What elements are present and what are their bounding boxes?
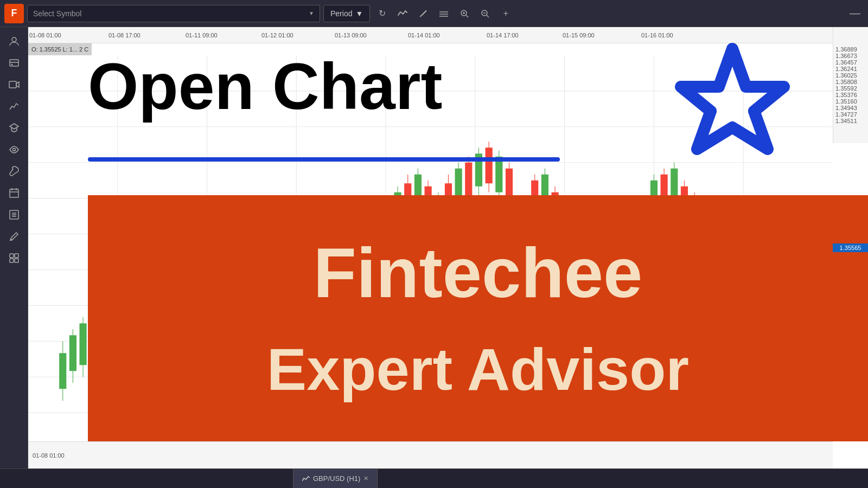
svg-rect-51	[59, 353, 66, 389]
chevron-down-icon: ▼	[355, 9, 363, 18]
minimize-button[interactable]: —	[846, 5, 864, 22]
svg-rect-55	[79, 323, 86, 365]
time-label-9: 01-16 01:00	[641, 32, 673, 38]
chart-tab-label: GBP/USD (H1)	[313, 474, 360, 483]
bottom-tab-right	[378, 469, 868, 488]
time-label-3: 01-11 09:00	[186, 32, 218, 38]
sidebar-item-list[interactable]	[4, 205, 24, 224]
svg-rect-53	[69, 335, 76, 371]
zoom-in-button[interactable]	[456, 5, 473, 22]
price-axis: 1.36889 1.36673 1.36457 1.36241 1.36025 …	[833, 27, 868, 143]
bottom-time-bar: 01-08 01:00	[28, 441, 833, 468]
chart-container[interactable]: 01-08 01:00 01-08 17:00 01-11 09:00 01-1…	[28, 27, 868, 468]
draw-button[interactable]	[414, 5, 432, 22]
ohlc-info: O: 1.35525 L: 1... 2 C	[28, 43, 92, 55]
sidebar-item-balance[interactable]	[4, 53, 24, 73]
sidebar-item-dashboard[interactable]	[4, 248, 24, 268]
promo-overlay: Fintechee Expert Advisor	[88, 195, 868, 441]
bottom-bar: GBP/USD (H1) ✕	[0, 468, 868, 488]
period-button[interactable]: Period ▼	[323, 5, 370, 22]
chart-type-button[interactable]	[394, 5, 411, 22]
svg-rect-30	[15, 259, 18, 262]
price-highlight-badge: 1.35565	[833, 243, 868, 252]
time-label-6: 01-14 01:00	[408, 32, 440, 38]
promo-line2: Expert Advisor	[267, 339, 689, 399]
svg-line-4	[466, 15, 468, 17]
sidebar-item-education[interactable]	[4, 118, 24, 138]
close-tab-icon[interactable]: ✕	[363, 475, 368, 482]
refresh-button[interactable]: ↻	[373, 5, 391, 22]
svg-rect-79	[486, 147, 493, 183]
star-logo	[662, 38, 803, 179]
time-label-8: 01-15 09:00	[563, 32, 595, 38]
add-button[interactable]: +	[497, 5, 514, 22]
svg-rect-28	[15, 254, 18, 258]
blue-line-overlay	[88, 157, 560, 162]
svg-rect-14	[9, 81, 16, 88]
time-label-2: 01-08 17:00	[108, 32, 141, 38]
sidebar-item-eye[interactable]	[4, 140, 24, 159]
time-label-7: 01-14 17:00	[487, 32, 519, 38]
sidebar-item-video[interactable]	[4, 75, 24, 94]
promo-line1: Fintechee	[314, 237, 643, 308]
svg-rect-27	[10, 254, 14, 258]
svg-rect-18	[10, 189, 18, 197]
logo-button[interactable]: F	[4, 4, 24, 23]
sidebar-item-pen[interactable]	[4, 227, 24, 246]
bottom-tab-left	[0, 469, 293, 488]
sidebar-item-calendar[interactable]	[4, 183, 24, 203]
svg-point-10	[12, 37, 16, 42]
symbol-select[interactable]: Select Symbol ▼	[27, 5, 320, 22]
sidebar-item-tools[interactable]	[4, 162, 24, 181]
chart-tab[interactable]: GBP/USD (H1) ✕	[293, 469, 378, 488]
chevron-down-icon: ▼	[309, 10, 314, 16]
svg-rect-29	[10, 259, 14, 262]
svg-line-8	[487, 15, 489, 17]
zoom-out-button[interactable]	[476, 5, 494, 22]
svg-point-13	[11, 64, 12, 66]
time-label-5: 01-13 09:00	[335, 32, 367, 38]
symbol-placeholder: Select Symbol	[33, 9, 81, 18]
time-label-1: 01-08 01:00	[29, 32, 61, 38]
svg-point-17	[12, 149, 15, 151]
toolbar: F Select Symbol ▼ Period ▼ ↻	[0, 0, 868, 27]
chart-tab-icon	[302, 476, 310, 482]
sidebar-item-chart[interactable]	[4, 97, 24, 116]
sidebar-item-account[interactable]	[4, 31, 24, 51]
time-label-4: 01-12 01:00	[261, 32, 293, 38]
svg-rect-81	[495, 157, 502, 192]
sidebar	[0, 27, 28, 468]
main-area: 01-08 01:00 01-08 17:00 01-11 09:00 01-1…	[0, 27, 868, 468]
svg-rect-11	[10, 60, 18, 66]
indicators-button[interactable]	[435, 5, 452, 22]
